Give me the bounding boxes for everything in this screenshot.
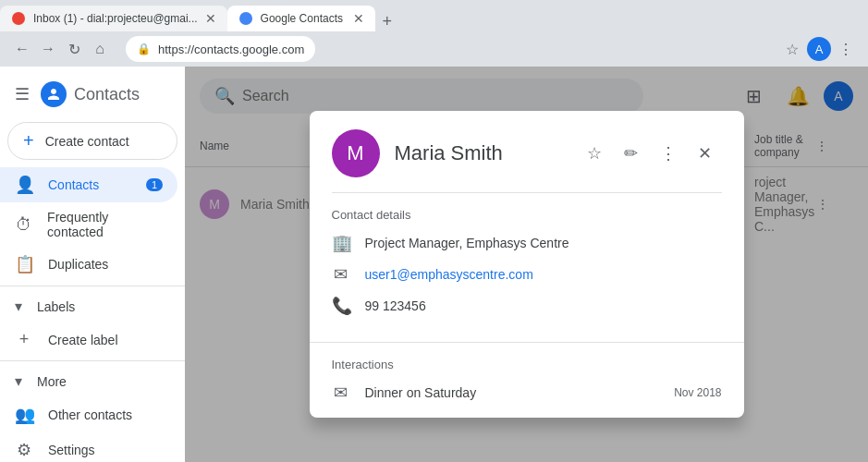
create-contact-label: Create contact [45, 134, 129, 149]
create-label-nav-label: Create label [48, 333, 118, 347]
home-button[interactable]: ⌂ [89, 38, 111, 60]
more-options-icon: ⋮ [660, 143, 677, 164]
modal-overlay[interactable]: M Maria Smith ☆ ✏ ⋮ ✕ [185, 67, 868, 462]
sidebar-item-frequently[interactable]: ⏱ Frequently contacted [0, 202, 177, 247]
more-chevron-icon: ▾ [15, 372, 22, 390]
contact-modal: M Maria Smith ☆ ✏ ⋮ ✕ [310, 111, 744, 418]
job-icon: 🏢 [332, 233, 350, 253]
modal-body: Contact details 🏢 Project Manager, Empha… [310, 193, 744, 342]
labels-chevron-icon: ▾ [15, 298, 22, 315]
modal-contact-name: Maria Smith [395, 141, 563, 165]
bookmarks-button[interactable]: ☆ [781, 38, 803, 60]
contacts-logo-icon [41, 81, 67, 107]
main-content: 🔍 ⊞ 🔔 A Name Email Phone number Job titl… [185, 67, 868, 462]
more-section-label: More [37, 374, 67, 389]
contact-details-title: Contact details [332, 208, 722, 222]
sidebar-item-create-label[interactable]: + Create label [0, 322, 177, 357]
tab-gmail[interactable]: Inbox (1) - dial:projecteu@gmai... ✕ [0, 6, 227, 31]
phone-text: 99 123456 [365, 298, 426, 313]
interaction-row: ✉ Dinner on Saturday Nov 2018 [332, 383, 722, 403]
contacts-badge: 1 [146, 178, 163, 191]
url-text: https://contacts.google.com [158, 43, 304, 56]
close-icon: ✕ [698, 143, 712, 164]
other-contacts-label: Other contacts [48, 407, 132, 422]
email-link[interactable]: user1@emphasyscentre.com [365, 267, 533, 282]
close-modal-button[interactable]: ✕ [689, 137, 722, 170]
detail-row-phone: 📞 99 123456 [332, 296, 722, 316]
more-section[interactable]: ▾ More [0, 365, 185, 397]
sidebar-item-contacts[interactable]: 👤 Contacts 1 [0, 167, 177, 202]
edit-button[interactable]: ✏ [615, 137, 648, 170]
browser-profile-avatar[interactable]: A [807, 37, 831, 61]
settings-label: Settings [48, 443, 95, 457]
duplicates-nav-icon: 📋 [15, 254, 33, 274]
tab-gmail-title: Inbox (1) - dial:projecteu@gmai... [33, 12, 198, 25]
nav-controls: ← → ↻ ⌂ [4, 34, 118, 64]
labels-section-label: Labels [37, 299, 75, 314]
contacts-nav-icon: 👤 [15, 175, 33, 195]
reload-button[interactable]: ↻ [63, 38, 85, 60]
other-contacts-icon: 👥 [15, 405, 33, 425]
modal-header: M Maria Smith ☆ ✏ ⋮ ✕ [310, 111, 744, 192]
frequently-nav-label: Frequently contacted [47, 210, 163, 239]
address-bar[interactable]: 🔒 https://contacts.google.com [126, 36, 315, 62]
create-label-icon: + [15, 330, 33, 349]
tab-contacts[interactable]: Google Contacts ✕ [227, 6, 375, 31]
hamburger-icon[interactable]: ☰ [15, 84, 30, 104]
detail-row-job: 🏢 Project Manager, Emphasys Centre [332, 233, 722, 253]
interaction-date: Nov 2018 [674, 386, 721, 399]
contacts-nav-label: Contacts [48, 177, 99, 192]
email-icon: ✉ [332, 264, 350, 285]
interactions-section: Interactions ✉ Dinner on Saturday Nov 20… [310, 342, 744, 418]
job-text: Project Manager, Emphasys Centre [365, 236, 569, 250]
tab-gmail-close-icon[interactable]: ✕ [205, 11, 216, 26]
interactions-title: Interactions [332, 358, 722, 371]
more-options-button[interactable]: ⋮ [652, 137, 685, 170]
app-logo: Contacts [41, 81, 140, 107]
new-tab-button[interactable]: + [375, 12, 400, 31]
modal-actions: ☆ ✏ ⋮ ✕ [578, 137, 722, 170]
phone-icon: 📞 [332, 296, 350, 316]
create-contact-button[interactable]: + Create contact [7, 122, 177, 160]
sidebar-item-other-contacts[interactable]: 👥 Other contacts [0, 397, 177, 432]
settings-icon: ⚙ [15, 440, 33, 460]
tab-contacts-close-icon[interactable]: ✕ [353, 11, 364, 26]
menu-button[interactable]: ⋮ [835, 38, 857, 60]
star-icon: ☆ [587, 143, 602, 164]
sidebar-header: ☰ Contacts [0, 74, 185, 115]
interaction-email-icon: ✉ [332, 383, 350, 403]
forward-button[interactable]: → [37, 38, 59, 60]
modal-contact-avatar: M [332, 129, 380, 177]
lock-icon: 🔒 [137, 43, 151, 55]
duplicates-nav-label: Duplicates [48, 257, 108, 272]
sidebar: ☰ Contacts + Create contact 👤 Contacts 1… [0, 67, 185, 462]
frequently-nav-icon: ⏱ [15, 215, 32, 235]
sidebar-item-settings[interactable]: ⚙ Settings [0, 432, 177, 462]
interaction-text: Dinner on Saturday [365, 385, 660, 400]
sidebar-divider-2 [0, 360, 185, 361]
edit-icon: ✏ [624, 143, 638, 164]
tab-contacts-title: Google Contacts [261, 12, 346, 25]
sidebar-item-duplicates[interactable]: 📋 Duplicates [0, 247, 177, 282]
modal-contact-initial: M [347, 141, 363, 165]
star-button[interactable]: ☆ [578, 137, 611, 170]
detail-row-email: ✉ user1@emphasyscentre.com [332, 264, 722, 285]
app-logo-text: Contacts [74, 85, 140, 104]
contacts-favicon-icon [238, 11, 253, 26]
sidebar-divider-1 [0, 286, 185, 286]
gmail-favicon-icon [11, 11, 26, 26]
back-button[interactable]: ← [11, 38, 33, 60]
labels-section[interactable]: ▾ Labels [0, 290, 185, 322]
create-plus-icon: + [23, 130, 34, 152]
